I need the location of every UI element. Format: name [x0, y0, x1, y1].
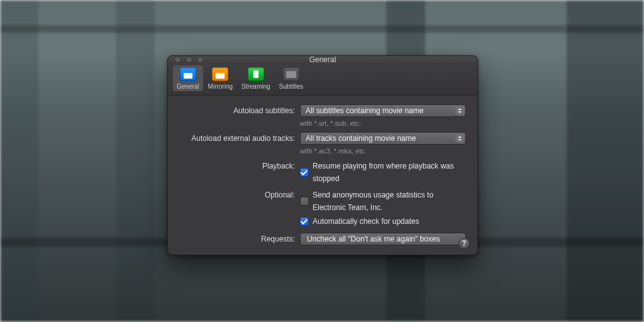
optional-label: Optional: — [179, 189, 300, 201]
window-title: General — [168, 53, 477, 67]
checkbox-icon — [300, 197, 309, 206]
streaming-icon — [248, 67, 264, 81]
uncheck-all-button[interactable]: Uncheck all "Don't ask me again" boxes — [300, 233, 466, 245]
preferences-window: General General Mirroring Streaming Subt… — [167, 55, 478, 255]
popup-arrows-icon — [455, 134, 464, 143]
tab-general-label: General — [177, 83, 199, 90]
playback-label: Playback: — [179, 160, 300, 172]
checkbox-icon — [300, 217, 309, 226]
titlebar[interactable]: General — [168, 56, 477, 63]
tab-general[interactable]: General — [173, 65, 203, 91]
tab-mirroring[interactable]: Mirroring — [204, 65, 236, 91]
autoload-subtitles-hint: with *.srt, *.sub, etc. — [300, 118, 466, 131]
autoload-audio-popup[interactable]: All tracks containing movie name — [300, 132, 466, 145]
requests-label: Requests: — [179, 233, 300, 245]
autoload-subtitles-label: Autoload subtitles: — [179, 104, 300, 117]
autoload-audio-label: Autoload external audio tracks: — [179, 132, 300, 145]
tab-subtitles[interactable]: Subtitles — [275, 65, 307, 91]
help-button[interactable]: ? — [458, 238, 470, 249]
uncheck-all-button-label: Uncheck all "Don't ask me again" boxes — [307, 235, 440, 243]
tab-streaming-label: Streaming — [242, 83, 270, 90]
mirroring-icon — [212, 67, 228, 81]
autoload-subtitles-popup[interactable]: All subtitles containing movie name — [300, 104, 466, 117]
resume-playback-text: Resume playing from where playback was s… — [313, 160, 466, 185]
general-icon — [180, 67, 196, 81]
tab-mirroring-label: Mirroring — [208, 83, 233, 90]
send-stats-text: Send anonymous usage statistics to Elect… — [313, 189, 466, 214]
preferences-toolbar: General Mirroring Streaming Subtitles — [168, 63, 477, 96]
subtitles-icon — [283, 67, 299, 81]
preferences-content: Autoload subtitles: All subtitles contai… — [168, 96, 477, 255]
popup-arrows-icon — [455, 106, 464, 115]
autoload-subtitles-value: All subtitles containing movie name — [306, 106, 423, 115]
checkbox-icon — [300, 168, 309, 177]
tab-streaming[interactable]: Streaming — [238, 65, 274, 91]
send-stats-checkbox[interactable]: Send anonymous usage statistics to Elect… — [300, 189, 466, 214]
check-updates-checkbox[interactable]: Automatically check for updates — [300, 215, 466, 228]
tab-subtitles-label: Subtitles — [279, 83, 303, 90]
autoload-audio-value: All tracks containing movie name — [306, 134, 416, 143]
resume-playback-checkbox[interactable]: Resume playing from where playback was s… — [300, 160, 466, 185]
autoload-audio-hint: with *.ac3, *.mka, etc. — [300, 146, 466, 158]
check-updates-text: Automatically check for updates — [313, 215, 419, 228]
help-icon: ? — [462, 239, 466, 248]
